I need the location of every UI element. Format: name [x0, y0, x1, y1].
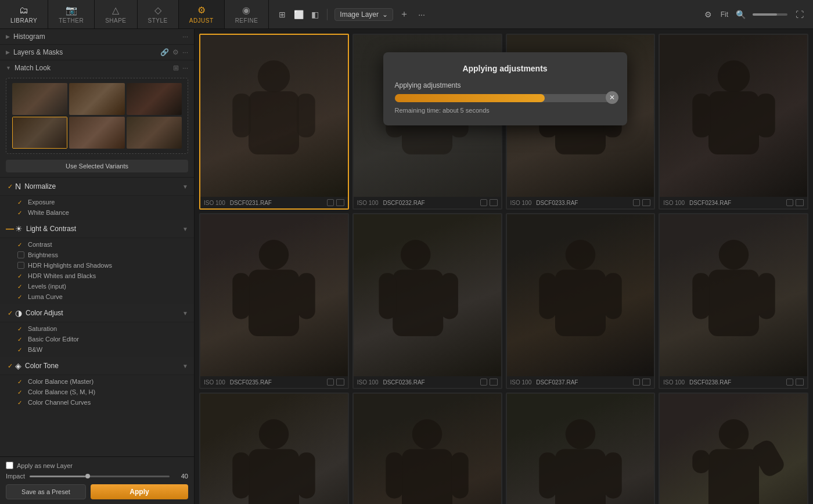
photo-stack-1[interactable]: [336, 199, 344, 206]
svg-rect-46: [692, 450, 710, 473]
more-options-icon[interactable]: ···: [415, 8, 428, 21]
match-look-grid-icon[interactable]: ⊞: [173, 64, 179, 72]
apply-layer-checkbox[interactable]: [6, 462, 13, 469]
photo-item-5[interactable]: ISO 100 DSCF0235.RAF: [199, 213, 349, 389]
photo-item-11[interactable]: ISO 100 DSCF0241.RAF: [506, 393, 656, 504]
match-look-more[interactable]: ···: [182, 64, 188, 72]
layers-more[interactable]: ···: [182, 48, 188, 56]
layers-link-icon[interactable]: 🔗: [160, 48, 169, 56]
histogram-header[interactable]: ▶ Histogram ···: [0, 29, 194, 44]
color-adjust-expand[interactable]: ▼: [182, 310, 188, 316]
photo-check-3[interactable]: [633, 199, 640, 206]
svg-point-44: [718, 419, 748, 449]
photo-item-2[interactable]: ISO 100 DSCF0232.RAF Applying adjustment…: [352, 34, 502, 210]
options-icon[interactable]: ⚙: [702, 8, 715, 21]
white-balance-item: ✓ White Balance: [0, 207, 194, 218]
photo-name-5: DSCF0235.RAF: [230, 379, 272, 386]
impact-value: 40: [174, 473, 188, 480]
photo-meta-left-6: ISO 100 DSCF0236.RAF: [357, 379, 425, 386]
grid-icon[interactable]: ⊞: [276, 8, 289, 21]
photo-item-7[interactable]: ISO 100 DSCF0237.RAF: [506, 213, 656, 389]
normalize-expand[interactable]: ▼: [182, 183, 188, 190]
single-icon[interactable]: ⬜: [292, 8, 305, 21]
photo-item-9[interactable]: ISO 100 DSCF0239.RAF: [199, 393, 349, 504]
photo-stack-5[interactable]: [336, 379, 344, 386]
tab-library[interactable]: 🗂 LIBRARY: [0, 0, 48, 28]
match-look-thumb-3[interactable]: [127, 83, 182, 115]
applying-adjustments-dialog: Applying adjustments Applying adjustment…: [383, 52, 627, 125]
progress-bar-fill: [395, 94, 545, 102]
photo-check-5[interactable]: [327, 379, 334, 386]
fullscreen-icon[interactable]: ⛶: [793, 8, 806, 21]
apply-button[interactable]: Apply: [91, 484, 188, 499]
tab-style[interactable]: ◇ STYLE: [138, 0, 179, 28]
layers-settings-icon[interactable]: ⚙: [172, 48, 179, 56]
figure-svg-1: [215, 59, 333, 197]
photo-item-1[interactable]: ISO 100 DSCF0231.RAF: [199, 34, 349, 210]
layers-masks-header[interactable]: ▶ Layers & Masks 🔗 ⚙ ···: [0, 45, 194, 60]
use-variants-button[interactable]: Use Selected Variants: [6, 160, 188, 172]
photo-stack-6[interactable]: [490, 379, 498, 386]
match-look-thumb-6[interactable]: [127, 117, 182, 149]
match-look-thumb-2[interactable]: [69, 83, 124, 115]
color-adjust-check[interactable]: ✓: [6, 309, 14, 317]
match-look-thumb-4[interactable]: [12, 117, 67, 149]
photo-check-1[interactable]: [327, 199, 334, 206]
brightness-checkbox[interactable]: [17, 251, 24, 258]
light-contrast-section: — ☀ Light & Contrast ▼ ✓ Contrast: [0, 220, 194, 304]
photo-stack-3[interactable]: [642, 199, 650, 206]
color-adjust-header[interactable]: ✓ ◑ Color Adjust ▼: [0, 304, 194, 322]
progress-close-button[interactable]: ✕: [606, 91, 618, 104]
match-look-thumb-1[interactable]: [12, 83, 67, 115]
normalize-header[interactable]: ✓ N Normalize ▼: [0, 178, 194, 196]
photo-thumb-12: [660, 394, 807, 504]
photo-check-2[interactable]: [480, 199, 487, 206]
match-look-thumb-5[interactable]: [69, 117, 124, 149]
white-balance-label: White Balance: [28, 209, 69, 216]
normalize-check[interactable]: ✓: [6, 182, 14, 190]
color-tone-header[interactable]: ✓ ◈ Color Tone ▼: [0, 357, 194, 375]
basic-color-editor-item: ✓ Basic Color Editor: [0, 334, 194, 344]
photo-stack-7[interactable]: [642, 379, 650, 386]
compare-icon[interactable]: ◧: [308, 8, 321, 21]
light-contrast-header[interactable]: — ☀ Light & Contrast ▼: [0, 220, 194, 238]
photo-item-4[interactable]: ISO 100 DSCF0234.RAF: [659, 34, 808, 210]
tab-adjust[interactable]: ⚙ ADJUST: [179, 0, 225, 28]
brightness-item: Brightness: [0, 250, 194, 260]
layer-select[interactable]: Image Layer ⌄: [334, 8, 393, 21]
tab-shape[interactable]: △ SHAPE: [95, 0, 137, 28]
tab-tether[interactable]: 📷 TETHER: [48, 0, 95, 28]
color-tone-expand[interactable]: ▼: [182, 363, 188, 369]
color-tone-check[interactable]: ✓: [6, 362, 14, 370]
photo-stack-2[interactable]: [490, 199, 498, 206]
photo-iso-3: ISO 100: [510, 200, 532, 206]
photo-item-10[interactable]: ISO 100 DSCF0240.RAF: [352, 393, 502, 504]
add-layer-button[interactable]: ＋: [398, 8, 411, 21]
shape-icon: △: [112, 5, 119, 16]
photo-stack-4[interactable]: [796, 199, 804, 206]
svg-rect-3: [297, 93, 315, 137]
save-preset-button[interactable]: Save as a Preset: [6, 484, 86, 499]
color-balance-master-label: Color Balance (Master): [28, 378, 93, 385]
match-look-header[interactable]: ▼ Match Look ⊞ ···: [0, 60, 194, 75]
light-contrast-check[interactable]: —: [6, 225, 14, 233]
photo-check-4[interactable]: [786, 199, 793, 206]
color-adjust-checkmark: ✓: [8, 309, 13, 317]
zoom-icon[interactable]: 🔍: [734, 8, 747, 21]
light-contrast-expand[interactable]: ▼: [182, 226, 188, 232]
photo-stack-8[interactable]: [796, 379, 804, 386]
photo-item-8[interactable]: ISO 100 DSCF0238.RAF: [659, 213, 808, 389]
histogram-more[interactable]: ···: [182, 33, 188, 41]
hdr-highlights-checkbox[interactable]: [17, 262, 24, 269]
tab-refine[interactable]: ◉ REFINE: [225, 0, 269, 28]
photo-check-6[interactable]: [480, 379, 487, 386]
photo-item-6[interactable]: ISO 100 DSCF0236.RAF: [352, 213, 502, 389]
impact-slider[interactable]: [30, 476, 170, 477]
svg-rect-34: [233, 452, 250, 498]
photo-item-12[interactable]: ISO 100 DSCF0242.RAF: [659, 393, 808, 504]
progress-bar-track: ✕: [395, 94, 616, 102]
photo-check-8[interactable]: [786, 379, 793, 386]
tether-label: TETHER: [59, 17, 84, 24]
photo-thumb-4: [660, 35, 807, 197]
photo-check-7[interactable]: [633, 379, 640, 386]
